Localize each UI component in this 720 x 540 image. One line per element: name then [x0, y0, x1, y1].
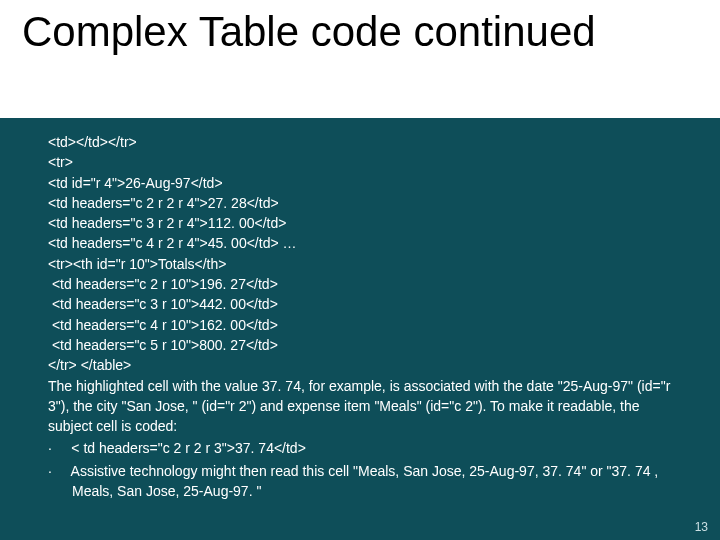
code-line: <tr><th id="r 10">Totals</th> — [48, 254, 672, 274]
code-line: <td headers="c 3 r 10">442. 00</td> — [48, 294, 672, 314]
code-line: <td headers="c 2 r 2 r 4">27. 28</td> — [48, 193, 672, 213]
code-line: <td headers="c 2 r 10">196. 27</td> — [48, 274, 672, 294]
page-number: 13 — [695, 520, 708, 534]
explanation-paragraph: The highlighted cell with the value 37. … — [48, 376, 672, 437]
bullet-marker: · — [48, 463, 52, 479]
page-title: Complex Table code continued — [22, 8, 698, 56]
code-line: <td></td></tr> — [48, 132, 672, 152]
code-line: <td id="r 4">26-Aug-97</td> — [48, 173, 672, 193]
code-line: <td headers="c 5 r 10">800. 27</td> — [48, 335, 672, 355]
slide-body: <td></td></tr> <tr> <td id="r 4">26-Aug-… — [0, 118, 720, 501]
bullet-text: < td headers="c 2 r 2 r 3">37. 74</td> — [71, 440, 306, 456]
code-line: <tr> — [48, 152, 672, 172]
title-bar: Complex Table code continued — [0, 0, 720, 118]
code-line: <td headers="c 4 r 2 r 4">45. 00</td> … — [48, 233, 672, 253]
bullet-marker: · — [48, 440, 52, 456]
code-line: <td headers="c 3 r 2 r 4">112. 00</td> — [48, 213, 672, 233]
bullet-item: · < td headers="c 2 r 2 r 3">37. 74</td> — [48, 438, 672, 458]
code-line: <td headers="c 4 r 10">162. 00</td> — [48, 315, 672, 335]
bullet-item: · Assistive technology might then read t… — [48, 461, 672, 502]
bullet-text: Assistive technology might then read thi… — [71, 463, 663, 499]
slide: Complex Table code continued <td></td></… — [0, 0, 720, 540]
code-line: </tr> </table> — [48, 355, 672, 375]
